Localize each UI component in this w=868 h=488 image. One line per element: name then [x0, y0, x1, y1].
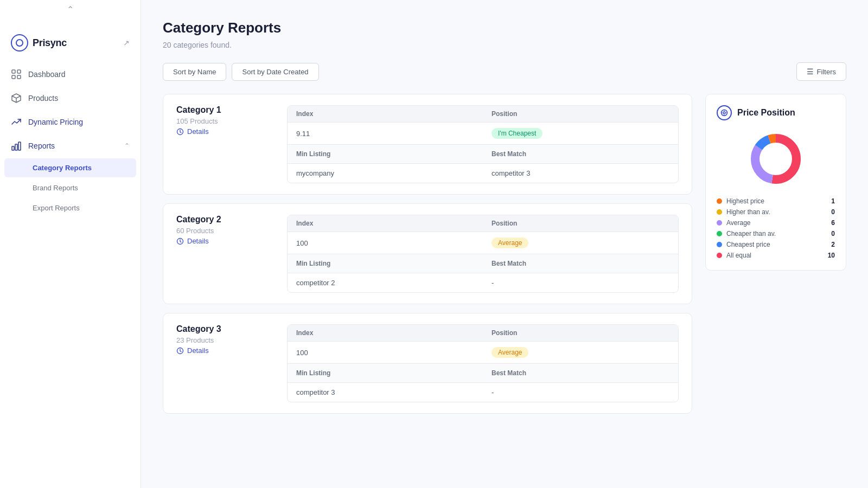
legend-item-cheapest: Cheapest price 2: [717, 241, 835, 248]
sidebar-item-dynamic-pricing[interactable]: Dynamic Pricing: [0, 110, 141, 134]
details-button-2[interactable]: Details: [176, 235, 274, 247]
collapse-icon[interactable]: ↗: [123, 38, 130, 47]
table-header-cell: Index: [288, 325, 483, 341]
price-position-header: Price Position: [717, 105, 835, 120]
category-list: Category 1 105 Products Details IndexPos…: [163, 94, 692, 414]
sidebar-item-dashboard[interactable]: Dashboard: [0, 62, 141, 86]
reports-left: Reports: [11, 140, 55, 151]
table-header-1: IndexPosition: [288, 106, 678, 122]
legend-label-average: Average: [726, 219, 822, 227]
chevron-up-icon: ⌃: [67, 4, 74, 15]
table-row: Min ListingBest Match: [288, 363, 678, 382]
table-cell-left: 100: [288, 342, 483, 363]
table-row: 9.11I'm Cheapest: [288, 122, 678, 144]
legend-dot-average: [717, 220, 722, 226]
details-button-1[interactable]: Details: [176, 125, 274, 138]
table-cell-left: Min Listing: [288, 254, 483, 273]
category-card-2: Category 2 60 Products Details IndexPosi…: [163, 203, 692, 304]
sidebar-item-products[interactable]: Products: [0, 86, 141, 110]
table-cell-right: -: [483, 273, 678, 292]
sidebar-subitem-brand-reports[interactable]: Brand Reports: [4, 178, 136, 197]
clock-icon: [176, 347, 184, 355]
table-header-cell: Position: [483, 215, 678, 232]
svg-point-11: [723, 112, 725, 114]
trending-up-icon: [11, 117, 22, 127]
category-name-1: Category 1: [176, 105, 274, 115]
price-position-legend: Highest price 1 Higher than av. 0 Averag…: [717, 197, 835, 259]
clock-icon: [176, 237, 184, 245]
svg-rect-2: [12, 75, 15, 79]
legend-label-highest: Highest price: [726, 197, 822, 205]
category-count-2: 60 Products: [176, 227, 274, 235]
svg-rect-1: [17, 70, 21, 73]
details-label: Details: [187, 346, 209, 355]
category-info-3: Category 3 23 Products: [176, 324, 274, 344]
content-area: Category 1 105 Products Details IndexPos…: [163, 94, 846, 414]
category-info-2: Category 2 60 Products: [176, 215, 274, 235]
svg-rect-4: [12, 146, 14, 150]
table-row: competitor 3-: [288, 382, 678, 402]
category-count-3: 23 Products: [176, 336, 274, 344]
svg-rect-6: [18, 142, 21, 150]
filters-label: Filters: [817, 68, 836, 76]
sidebar-item-reports[interactable]: Reports ⌃: [0, 134, 141, 158]
legend-value-highest: 1: [826, 197, 835, 205]
collapse-up-button[interactable]: ⌃: [0, 0, 141, 19]
category-count-1: 105 Products: [176, 117, 274, 125]
filters-button[interactable]: ☰ Filters: [796, 62, 846, 81]
badge-cheapest: I'm Cheapest: [492, 128, 542, 139]
sidebar-subitem-export-reports[interactable]: Export Reports: [4, 198, 136, 217]
box-icon: [11, 93, 22, 104]
filter-icon: ☰: [807, 67, 814, 76]
donut-chart: [717, 129, 835, 189]
legend-item-average: Average 6: [717, 219, 835, 227]
category-table-3: IndexPosition100AverageMin ListingBest M…: [287, 324, 679, 402]
details-button-3[interactable]: Details: [176, 344, 274, 357]
table-cell-right: Average: [483, 232, 678, 254]
table-header-3: IndexPosition: [288, 325, 678, 341]
chevron-up-reports-icon: ⌃: [124, 142, 130, 150]
sidebar-logo: Prisync ↗: [0, 19, 141, 62]
price-position-icon: [717, 105, 732, 120]
svg-point-21: [761, 144, 791, 174]
page-subtitle: 20 categories found.: [163, 41, 846, 49]
legend-item-all-equal: All equal 10: [717, 252, 835, 259]
grid-icon: [11, 69, 22, 80]
table-cell-left: Min Listing: [288, 145, 483, 163]
toolbar: Sort by Name Sort by Date Created ☰ Filt…: [163, 62, 846, 81]
legend-dot-all-equal: [717, 253, 722, 258]
sidebar-item-label-products: Products: [28, 94, 58, 102]
sidebar-item-label-reports: Reports: [28, 142, 55, 150]
table-cell-left: mycompany: [288, 164, 483, 183]
table-cell-left: competitor 2: [288, 273, 483, 292]
sidebar-subitem-category-reports[interactable]: Category Reports: [4, 158, 136, 177]
details-label: Details: [187, 127, 209, 136]
table-header-2: IndexPosition: [288, 215, 678, 232]
legend-value-average: 6: [826, 219, 835, 227]
logo-icon: [11, 34, 28, 52]
badge-average: Average: [492, 347, 528, 358]
sidebar-item-label-dashboard: Dashboard: [28, 70, 66, 79]
legend-value-cheaper-than-av: 0: [826, 230, 835, 237]
legend-value-all-equal: 10: [826, 252, 835, 259]
legend-dot-higher-than-av: [717, 209, 722, 215]
table-cell-right: Best Match: [483, 145, 678, 163]
legend-label-all-equal: All equal: [726, 252, 822, 259]
sidebar-subitem-label-brand-reports: Brand Reports: [33, 184, 78, 192]
badge-average: Average: [492, 237, 528, 248]
table-cell-left: competitor 3: [288, 383, 483, 402]
category-name-3: Category 3: [176, 324, 274, 334]
table-cell-right: competitor 3: [483, 164, 678, 183]
table-row: 100Average: [288, 341, 678, 363]
legend-item-higher-than-av: Higher than av. 0: [717, 208, 835, 216]
table-cell-right: Best Match: [483, 364, 678, 382]
table-row: 100Average: [288, 232, 678, 254]
table-row: Min ListingBest Match: [288, 144, 678, 163]
sidebar-subitem-label-export-reports: Export Reports: [33, 204, 80, 212]
legend-label-cheapest: Cheapest price: [726, 241, 822, 248]
sort-by-date-button[interactable]: Sort by Date Created: [232, 63, 318, 81]
legend-label-higher-than-av: Higher than av.: [726, 208, 822, 216]
table-row: mycompanycompetitor 3: [288, 163, 678, 183]
table-header-cell: Index: [288, 215, 483, 232]
sort-by-name-button[interactable]: Sort by Name: [163, 63, 226, 81]
